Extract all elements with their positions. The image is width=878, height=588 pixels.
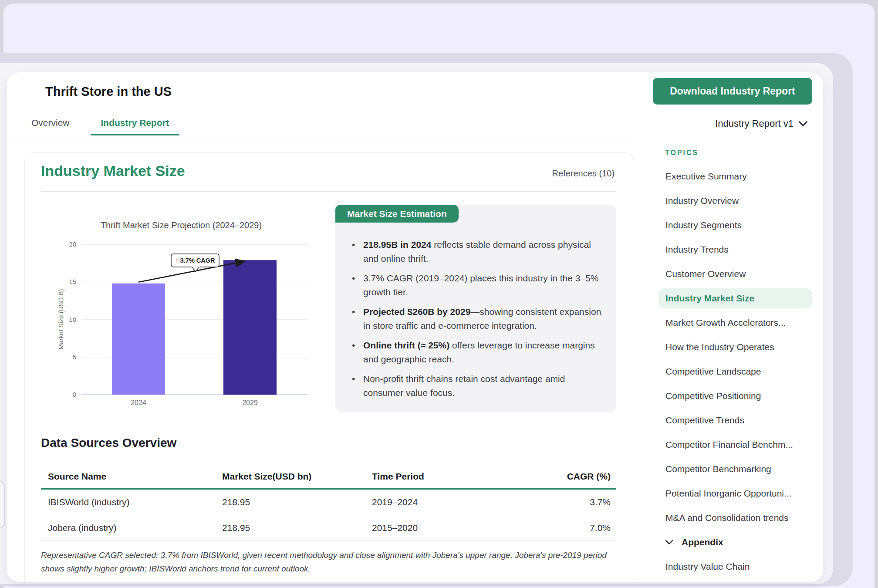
svg-text:2024: 2024 (131, 399, 146, 406)
data-sources-table: Source NameMarket Size(USD bn)Time Perio… (41, 465, 616, 541)
bar-2024 (112, 284, 165, 395)
svg-text:10: 10 (69, 316, 76, 323)
svg-text:5: 5 (73, 353, 76, 361)
chevron-down-icon (665, 540, 673, 544)
sidebar-item-industry-trends[interactable]: Industry Trends (658, 240, 812, 260)
sidebar-item-m-a-and-consolidation-trends[interactable]: M&A and Consolidation trends (658, 508, 812, 528)
download-report-button[interactable]: Download Industry Report (653, 78, 812, 105)
report-card: Thrift Store in the US Download Industry… (7, 72, 823, 582)
y-axis-label: Market Size (USD B) (57, 289, 64, 349)
bar-2029 (223, 260, 277, 395)
svg-text:20: 20 (69, 240, 76, 248)
column-header: Market Size(USD bn) (215, 465, 365, 489)
estimation-bullet: Non-profit thrift chains retain cost adv… (351, 372, 604, 400)
chart-title: Thrift Market Size Projection (2024–2029… (64, 220, 299, 230)
edge-peek-widget (0, 481, 5, 529)
sidebar-item-label: Competitor Benchmarking (665, 464, 771, 474)
market-size-bar-chart: 0510152020242029 Market Size (USD B) ↑ 3… (57, 236, 318, 410)
estimation-badge: Market Size Estimation (335, 205, 459, 223)
table-cell: 2019–2024 (365, 489, 500, 515)
sidebar-item-label: Industry Trends (665, 244, 729, 255)
sidebar-item-competitor-benchmarking[interactable]: Competitor Benchmarking (658, 459, 812, 479)
tab-industry-report[interactable]: Industry Report (91, 118, 179, 135)
table-cell: Jobera (industry) (41, 515, 215, 541)
sidebar-item-potential-inorganic-opportuni[interactable]: Potential Inorganic Opportuni... (658, 483, 812, 504)
data-sources-heading: Data Sources Overview (41, 436, 176, 450)
table-cell: 3.7% (500, 489, 616, 515)
version-selector[interactable]: Industry Report v1 (715, 116, 807, 132)
sidebar-item-industry-segments[interactable]: Industry Segments (658, 215, 812, 235)
sidebar-item-label: Industry Segments (665, 220, 742, 230)
report-content-panel: Industry Market Size References (10) Thr… (24, 152, 634, 582)
version-selector-label: Industry Report v1 (715, 118, 794, 129)
table-cell: 2015–2020 (365, 515, 500, 541)
estimation-bullets: 218.95B in 2024 reflects stable demand a… (351, 238, 604, 406)
sidebar-item-industry-overview[interactable]: Industry Overview (658, 191, 812, 211)
svg-text:0: 0 (73, 391, 76, 398)
sidebar-item-competitor-financial-benchm[interactable]: Competitor Financial Benchm... (658, 435, 812, 455)
sidebar-item-label: Industry Value Chain (665, 561, 750, 572)
topics-list: Executive SummaryIndustry OverviewIndust… (658, 166, 812, 581)
chevron-down-icon (799, 121, 807, 126)
svg-text:2029: 2029 (242, 399, 258, 406)
sidebar-item-label: Competitive Positioning (665, 391, 761, 401)
table-cell: 218.95 (215, 489, 365, 515)
sidebar-item-label: Appendix (682, 537, 723, 547)
sidebar-item-industry-market-size[interactable]: Industry Market Size (658, 288, 812, 308)
sidebar-item-customer-overview[interactable]: Customer Overview (658, 264, 812, 284)
sidebar-item-competitive-trends[interactable]: Competitive Trends (658, 410, 812, 430)
table-cell: IBISWorld (industry) (41, 489, 215, 515)
sidebar-item-label: Executive Summary (665, 171, 747, 182)
svg-text:15: 15 (69, 278, 76, 285)
cagr-annotation: ↑ 3.7% CAGR (171, 254, 219, 272)
estimation-bullet: 3.7% CAGR (2019–2024) places this indust… (351, 271, 604, 299)
sidebar-item-appendix[interactable]: Appendix (658, 532, 812, 552)
table-cell: 218.95 (215, 515, 365, 541)
sidebar-item-label: Potential Inorganic Opportuni... (665, 488, 792, 499)
tab-bar-divider (7, 138, 637, 138)
estimation-bullet: Online thrift (≈ 25%) offers leverage to… (351, 338, 604, 366)
sidebar-item-label: Competitive Landscape (665, 366, 761, 377)
table-row: Jobera (industry)218.952015–20207.0% (41, 515, 616, 541)
sidebar-item-label: Industry Market Size (665, 293, 754, 304)
column-header: Time Period (365, 465, 500, 489)
tab-overview[interactable]: Overview (30, 118, 71, 135)
sidebar-item-competitive-landscape[interactable]: Competitive Landscape (658, 362, 812, 382)
section-divider (41, 191, 616, 192)
sidebar-item-how-the-industry-operates[interactable]: How the Industry Operates (658, 337, 812, 357)
sources-footnote: Representative CAGR selected: 3.7% from … (41, 548, 614, 575)
cagr-annotation-label: ↑ 3.7% CAGR (175, 257, 215, 264)
sidebar-item-label: M&A and Consolidation trends (665, 513, 789, 523)
sidebar-item-label: How the Industry Operates (665, 342, 774, 352)
sources-table-head-row: Source NameMarket Size(USD bn)Time Perio… (41, 465, 616, 489)
sidebar-item-executive-summary[interactable]: Executive Summary (658, 166, 812, 186)
table-row: IBISWorld (industry)218.952019–20243.7% (41, 489, 616, 515)
column-header: CAGR (%) (500, 465, 616, 489)
sources-table-body: IBISWorld (industry)218.952019–20243.7%J… (41, 489, 616, 541)
sidebar-item-market-growth-accelerators[interactable]: Market Growth Accelerators... (658, 313, 812, 333)
table-cell: 7.0% (500, 515, 616, 541)
estimation-box: 218.95B in 2024 reflects stable demand a… (335, 205, 616, 412)
estimation-bullet: 218.95B in 2024 reflects stable demand a… (351, 238, 604, 266)
sidebar-item-label: Market Growth Accelerators... (665, 318, 786, 328)
section-heading: Industry Market Size (41, 162, 185, 179)
sidebar-item-label: Competitive Trends (665, 415, 744, 426)
sidebar-item-label: Competitor Financial Benchm... (665, 439, 793, 450)
sidebar-item-label: Customer Overview (665, 269, 746, 279)
sidebar-item-label: Industry Overview (665, 196, 739, 206)
references-link[interactable]: References (10) (552, 169, 615, 179)
tab-bar: Overview Industry Report (30, 118, 179, 135)
page-title: Thrift Store in the US (45, 84, 172, 99)
sidebar-item-industry-value-chain[interactable]: Industry Value Chain (658, 557, 812, 577)
column-header: Source Name (41, 465, 215, 489)
sidebar-item-competitive-positioning[interactable]: Competitive Positioning (658, 386, 812, 406)
estimation-bullet: Projected $260B by 2029—showing consiste… (351, 305, 604, 333)
topics-heading: TOPICS (665, 149, 699, 157)
